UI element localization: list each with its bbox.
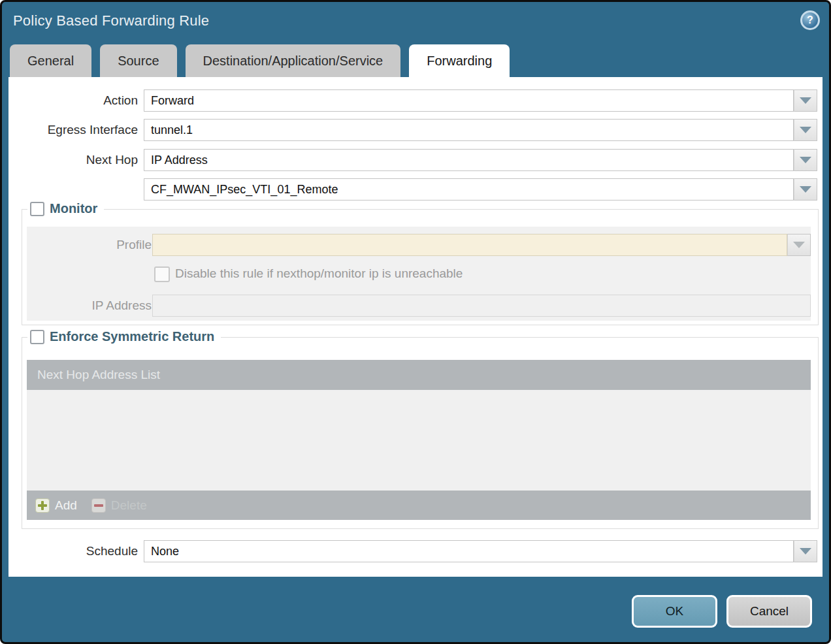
chevron-down-icon [800,548,811,555]
chevron-down-icon [800,127,811,133]
profile-dropdown-button [787,234,811,256]
minus-icon [91,498,106,513]
monitor-ip-address-label: IP Address [22,295,152,317]
profile-label: Profile [22,234,152,256]
policy-based-forwarding-dialog: Policy Based Forwarding Rule ? General S… [0,0,831,644]
egress-interface-dropdown-button[interactable] [794,119,817,141]
next-hop-type-field-row: IP Address [144,149,817,171]
tab-bar: General Source Destination/Application/S… [10,44,510,77]
next-hop-address-select[interactable]: CF_MWAN_IPsec_VTI_01_Remote [144,178,794,201]
chevron-down-icon [800,157,811,163]
plus-icon [35,498,50,513]
add-button[interactable]: Add [35,498,77,513]
next-hop-address-list-header: Next Hop Address List [27,360,811,390]
next-hop-address-list-table: Next Hop Address List Add Delete [27,360,811,520]
monitor-legend: Monitor [27,201,104,216]
schedule-field-row: None [144,540,817,562]
enforce-symmetric-return-section: Enforce Symmetric Return Next Hop Addres… [22,337,819,529]
enforce-symmetric-return-checkbox[interactable] [30,330,44,344]
monitor-ip-address-input [152,295,811,317]
next-hop-type-select[interactable]: IP Address [144,149,794,171]
cancel-button[interactable]: Cancel [726,595,812,628]
help-glyph: ? [807,14,813,26]
chevron-down-icon [800,97,811,104]
action-dropdown-button[interactable] [794,89,817,112]
next-hop-address-dropdown-button[interactable] [794,178,817,201]
next-hop-label: Next Hop [8,149,138,171]
action-select[interactable]: Forward [144,89,794,112]
profile-field-row [152,234,811,256]
next-hop-address-field-row: CF_MWAN_IPsec_VTI_01_Remote [144,178,817,201]
delete-button-label: Delete [111,498,147,513]
egress-interface-field-row: tunnel.1 [144,119,817,141]
monitor-section: Monitor Profile Disable this rule if nex… [22,209,819,325]
enforce-symmetric-return-label: Enforce Symmetric Return [50,329,214,344]
monitor-checkbox[interactable] [30,202,44,216]
tab-destination-application-service[interactable]: Destination/Application/Service [186,44,401,77]
next-hop-address-list-toolbar: Add Delete [27,491,811,520]
dialog-title: Policy Based Forwarding Rule [13,12,209,29]
monitor-ip-address-field [152,295,811,317]
action-field-row: Forward [144,89,817,112]
next-hop-address-list-body[interactable] [27,390,811,491]
chevron-down-icon [800,186,811,193]
help-icon[interactable]: ? [800,10,820,30]
add-button-label: Add [55,498,77,513]
monitor-legend-label: Monitor [50,201,97,216]
tab-general[interactable]: General [10,44,91,77]
schedule-label: Schedule [8,540,138,562]
enforce-symmetric-return-legend: Enforce Symmetric Return [27,329,221,344]
profile-select [152,234,787,256]
delete-button[interactable]: Delete [91,498,147,513]
chevron-down-icon [793,242,805,248]
schedule-select[interactable]: None [144,540,794,562]
disable-rule-label: Disable this rule if nexthop/monitor ip … [175,266,463,282]
schedule-dropdown-button[interactable] [794,540,817,562]
egress-interface-select[interactable]: tunnel.1 [144,119,794,141]
disable-rule-checkbox [154,266,170,282]
tab-source[interactable]: Source [100,44,176,77]
next-hop-type-dropdown-button[interactable] [794,149,817,171]
tab-forwarding[interactable]: Forwarding [409,44,510,77]
forwarding-tab-panel: Action Forward Egress Interface tunnel.1… [8,77,823,577]
action-label: Action [8,89,138,112]
ok-button[interactable]: OK [632,595,717,628]
egress-interface-label: Egress Interface [8,119,138,141]
